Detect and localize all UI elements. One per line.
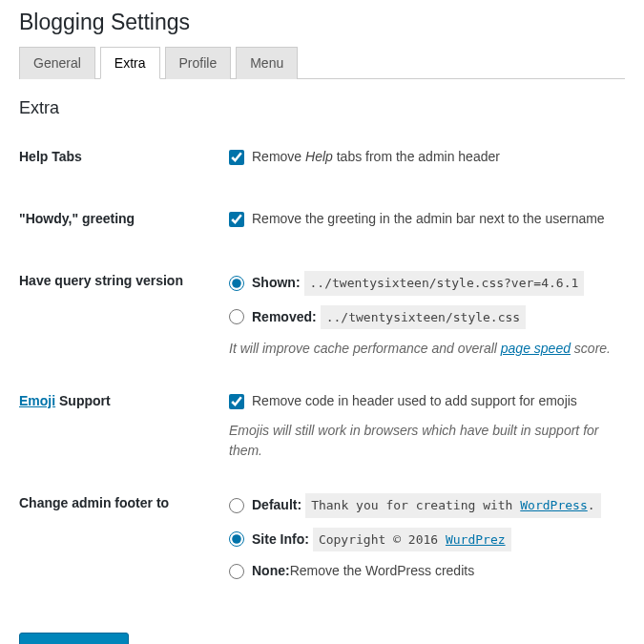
- checkbox-remove-emoji-label[interactable]: Remove code in header used to add suppor…: [229, 391, 625, 411]
- checkbox-remove-emoji[interactable]: [229, 394, 244, 409]
- save-button[interactable]: Save Changes: [19, 633, 129, 644]
- radio-query-removed-label[interactable]: Removed: ../twentysixteen/style.css: [229, 305, 625, 330]
- checkbox-remove-howdy-label[interactable]: Remove the greeting in the admin bar nex…: [229, 209, 625, 229]
- checkbox-remove-help-tabs-text: Remove Help tabs from the admin header: [252, 147, 500, 167]
- label-howdy: "Howdy," greeting: [19, 209, 229, 226]
- radio-footer-none-desc: Remove the WordPress credits: [290, 561, 474, 581]
- radio-footer-none[interactable]: [229, 564, 244, 579]
- radio-footer-siteinfo[interactable]: [229, 531, 244, 547]
- code-query-removed: ../twentysixteen/style.css: [321, 305, 527, 330]
- radio-footer-none-label[interactable]: None: Remove the WordPress credits: [229, 561, 625, 581]
- code-query-shown: ../twentysixteen/style.css?ver=4.6.1: [304, 271, 585, 296]
- radio-footer-default-text: Default:: [252, 495, 301, 515]
- code-footer-default: Thank you for creating with WordPress.: [305, 493, 600, 518]
- link-wordpress[interactable]: WordPress: [520, 498, 587, 512]
- radio-query-removed[interactable]: [229, 309, 244, 324]
- radio-query-removed-text: Removed:: [252, 307, 317, 327]
- tab-general[interactable]: General: [19, 47, 95, 79]
- tab-menu[interactable]: Menu: [236, 47, 298, 79]
- page-title: Blogging Settings: [19, 10, 625, 35]
- radio-footer-siteinfo-label[interactable]: Site Info: Copyright © 2016 WurdPrez: [229, 528, 625, 552]
- radio-query-shown-label[interactable]: Shown: ../twentysixteen/style.css?ver=4.…: [229, 271, 625, 296]
- checkbox-remove-howdy-text: Remove the greeting in the admin bar nex…: [252, 209, 605, 229]
- link-wurdprez[interactable]: WurdPrez: [446, 532, 506, 547]
- radio-query-shown[interactable]: [229, 276, 244, 291]
- checkbox-remove-emoji-text: Remove code in header used to add suppor…: [252, 391, 577, 411]
- radio-footer-default[interactable]: [229, 498, 244, 513]
- radio-query-shown-text: Shown:: [252, 273, 301, 293]
- checkbox-remove-howdy[interactable]: [229, 212, 244, 227]
- tab-profile[interactable]: Profile: [165, 47, 232, 79]
- tab-extra[interactable]: Extra: [100, 47, 160, 79]
- tab-bar: General Extra Profile Menu: [19, 47, 625, 79]
- radio-footer-default-label[interactable]: Default: Thank you for creating with Wor…: [229, 493, 625, 518]
- label-help-tabs: Help Tabs: [19, 147, 229, 164]
- label-query-string: Have query string version: [19, 271, 229, 288]
- link-page-speed[interactable]: page speed: [501, 341, 571, 356]
- link-emoji[interactable]: Emoji: [19, 393, 55, 408]
- radio-footer-siteinfo-text: Site Info:: [252, 530, 309, 550]
- code-footer-siteinfo: Copyright © 2016 WurdPrez: [313, 528, 511, 552]
- section-heading: Extra: [19, 98, 625, 118]
- radio-footer-none-text: None:: [252, 561, 290, 581]
- label-emoji: Emoji Support: [19, 391, 229, 408]
- desc-emoji: Emojis will still work in browsers which…: [229, 421, 625, 461]
- checkbox-remove-help-tabs[interactable]: [229, 150, 244, 165]
- label-footer: Change admin footer to: [19, 493, 229, 510]
- checkbox-remove-help-tabs-label[interactable]: Remove Help tabs from the admin header: [229, 147, 625, 167]
- desc-query-string: It will improve cache performance and ov…: [229, 339, 625, 359]
